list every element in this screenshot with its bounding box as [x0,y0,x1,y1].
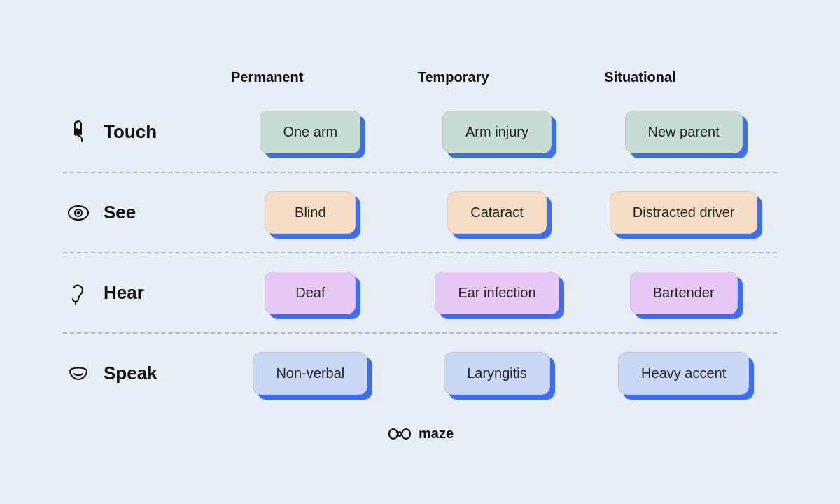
card-inner: Cataract [447,191,547,234]
card-inner: Arm injury [442,111,552,153]
card-outer: Laryngitis [444,352,550,395]
card-wrapper: Distracted driver [590,186,777,239]
brand-logo: maze [386,426,454,442]
card-wrapper: New parent [590,105,777,159]
header-row: Permanent Temporary Situational [63,69,777,85]
card-outer: Distracted driver [610,191,758,234]
card-inner: Heavy accent [618,352,749,395]
card-wrapper: Cataract [404,186,591,239]
header-permanent: Permanent [217,69,404,85]
row-label-hear: Hear [63,278,217,309]
brand-name: maze [419,426,454,442]
card-inner: Blind [265,191,356,234]
card-outer: Ear infection [435,272,559,314]
row-see: See Blind Cataract [63,173,777,253]
row-label-text-touch: Touch [104,121,157,143]
card-inner: Distracted driver [610,191,758,234]
card-inner: New parent [625,111,743,153]
card-inner: One arm [260,111,360,153]
card-wrapper: Blind [217,186,404,239]
row-touch: Touch One arm Arm injury [63,92,777,173]
card-inner: Non-verbal [253,352,368,395]
speak-icon [63,358,94,389]
maze-logo-icon [386,426,413,442]
card-outer: New parent [625,111,743,153]
card-wrapper: Heavy accent [590,346,777,400]
row-hear: Hear Deaf Ear infection [63,253,777,334]
header-empty [63,69,217,85]
card-outer: Non-verbal [253,352,368,395]
card-wrapper: Arm injury [404,105,591,159]
card-outer: Deaf [265,272,356,314]
card-outer: Bartender [630,272,738,314]
row-label-text-see: See [104,202,136,223]
card-wrapper: Laryngitis [404,346,591,400]
card-wrapper: Bartender [590,266,777,320]
card-inner: Ear infection [435,272,559,314]
card-inner: Deaf [265,272,356,314]
card-inner: Bartender [630,272,738,314]
card-outer: Blind [265,191,356,234]
rows-container: Touch One arm Arm injury [63,92,777,413]
card-inner: Laryngitis [444,352,550,395]
header-temporary: Temporary [404,69,591,85]
row-label-touch: Touch [63,117,217,148]
row-label-speak: Speak [63,358,217,389]
main-container: Permanent Temporary Situational Touch [35,48,805,456]
card-wrapper: Ear infection [404,266,591,320]
row-label-see: See [63,197,217,228]
svg-point-2 [77,211,80,214]
row-label-text-speak: Speak [104,363,158,384]
card-wrapper: One arm [217,105,404,159]
see-icon [63,197,94,228]
row-speak: Speak Non-verbal Laryngitis [63,334,777,413]
card-outer: One arm [260,111,360,153]
row-label-text-hear: Hear [104,282,144,304]
touch-icon [63,117,94,148]
card-outer: Arm injury [442,111,552,153]
card-wrapper: Deaf [217,266,404,320]
hear-icon [63,278,94,309]
footer: maze [63,426,777,442]
card-outer: Cataract [447,191,547,234]
header-situational: Situational [590,69,777,85]
card-wrapper: Non-verbal [217,346,404,400]
card-outer: Heavy accent [618,352,749,395]
